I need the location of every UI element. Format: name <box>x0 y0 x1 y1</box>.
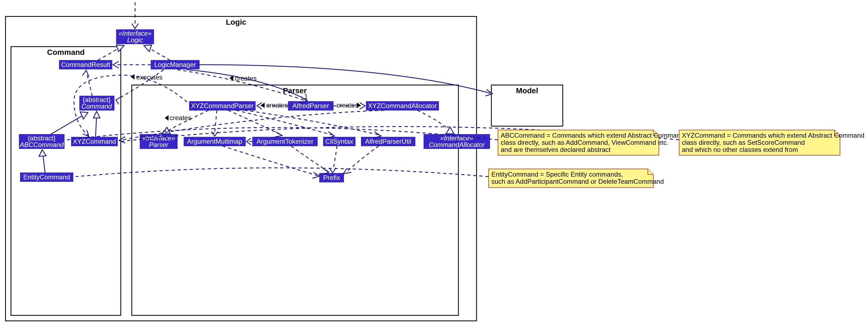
edge-command-to-commandresult <box>87 73 92 96</box>
class-xyz-command-allocator-name: XYZCommandAllocator <box>368 102 437 109</box>
class-alfred-parser-name: AlfredParser <box>292 102 329 109</box>
edge-xyzcommandparser-to-alfredparserutil <box>244 110 379 135</box>
class-command-allocator-interface-stereo: «Interface» <box>440 134 473 142</box>
uml-diagram: Logic Command Parser Model «Interface» L… <box>0 0 868 328</box>
class-logic-manager-name: LogicManager <box>154 61 196 68</box>
edge-clisyntax-to-prefix <box>333 146 337 170</box>
class-logic-interface-name: Logic <box>127 36 143 43</box>
note-abc: ABCCommand = Commands which extend Abstr… <box>498 130 684 155</box>
package-logic-title: Logic <box>226 18 247 26</box>
class-argument-tokenizer-name: ArgumentTokenizer <box>257 138 313 145</box>
svg-marker-2 <box>131 74 134 79</box>
svg-marker-0 <box>144 45 152 52</box>
class-abc-command-name: ABCCommand <box>19 141 64 149</box>
package-command-title: Command <box>47 48 85 57</box>
package-model-title: Model <box>516 87 538 95</box>
class-command-result-name: CommandResult <box>61 61 110 68</box>
label-multiplicity-one: 1 <box>304 93 308 100</box>
svg-marker-9 <box>80 112 88 119</box>
label-creates-4: creates <box>169 114 191 122</box>
class-parser-interface-name: Parser <box>149 141 169 149</box>
class-command-abstract-name: Command <box>82 103 112 110</box>
svg-marker-8 <box>165 115 168 121</box>
class-prefix-name: Prefix <box>323 174 340 181</box>
svg-marker-5 <box>357 103 361 108</box>
svg-text:EntityCommand = Specific Entit: EntityCommand = Specific Entity commands… <box>491 171 623 178</box>
class-command-abstract-stereo: {abstract} <box>83 96 110 103</box>
note-entity: EntityCommand = Specific Entity commands… <box>489 169 664 188</box>
svg-marker-11 <box>39 150 46 156</box>
svg-text:class directly, such as SetSco: class directly, such as SetScoreCommand <box>682 139 805 146</box>
svg-marker-10 <box>93 111 100 118</box>
class-entity-command-name: EntityCommand <box>23 173 70 181</box>
edge-logicmanager-implements-logic <box>147 47 170 60</box>
svg-text:ABCCommand = Commands which ex: ABCCommand = Commands which extend Abstr… <box>501 132 684 139</box>
edge-alfredparserutil-to-prefix <box>346 146 379 173</box>
svg-text:and are themselves declared ab: and are themselves declared abstract <box>501 146 611 153</box>
class-abc-command-stereo: {abstract} <box>28 134 56 142</box>
note-xyz: XYZCommand = Commands which extend Abstr… <box>679 130 864 155</box>
edge-xyzcommandallocator-implements-commandallocator <box>417 110 451 132</box>
class-logic-interface-stereo: «Interface» <box>119 30 152 37</box>
class-cli-syntax-name: CliSyntax <box>325 138 353 145</box>
edge-note-entity-to-entitycommand <box>76 168 489 176</box>
edge-argtokenizer-to-prefix <box>291 146 328 171</box>
class-xyz-command-parser-name: XYZCommandParser <box>191 102 254 109</box>
edge-argmultimap-to-prefix <box>222 146 317 175</box>
edge-xyzcommandparser-to-argmultimap <box>215 110 217 133</box>
svg-marker-7 <box>446 127 454 134</box>
svg-text:class directly, such as AddCom: class directly, such as AddCommand, View… <box>501 139 669 146</box>
svg-text:XYZCommand = Commands which ex: XYZCommand = Commands which extend Abstr… <box>682 132 864 139</box>
label-creates-3: creates <box>337 101 358 109</box>
class-argument-multimap-name: ArgumentMultimap <box>187 138 242 145</box>
class-alfred-parser-util-name: AlfredParserUtil <box>365 138 411 145</box>
edge-abccommand-extends-command <box>51 114 85 134</box>
svg-text:such as AddParticipantCommand : such as AddParticipantCommand or DeleteT… <box>491 178 664 185</box>
label-creates-2: creates <box>266 101 288 109</box>
svg-text:and which no other classes ext: and which no other classes extend from <box>682 146 798 153</box>
class-command-allocator-interface-name: CommandAllocator <box>429 141 485 149</box>
edge-commandresult-to-logic <box>98 47 121 60</box>
svg-marker-1 <box>116 45 124 52</box>
